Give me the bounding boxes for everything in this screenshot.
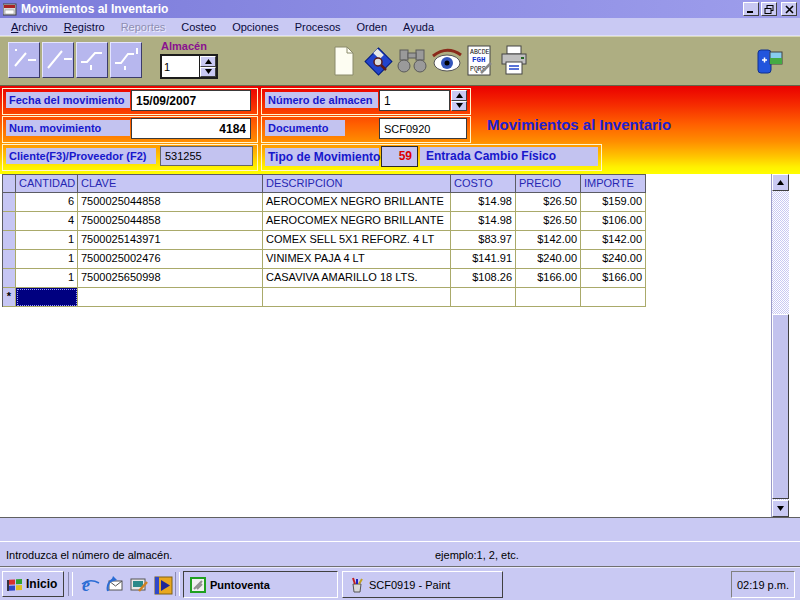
documento-input[interactable] xyxy=(379,118,467,139)
grid-header-costo: COSTO xyxy=(451,175,516,193)
cliente-label: Cliente(F3)/Proveedor (F2) xyxy=(6,148,156,164)
cell-clave[interactable]: 7500025143971 xyxy=(78,231,263,250)
almacen-spin-down[interactable] xyxy=(200,67,216,78)
cell-importe[interactable]: $142.00 xyxy=(581,231,646,250)
cell-importe[interactable]: $159.00 xyxy=(581,193,646,212)
record-nav-1-icon xyxy=(9,43,39,75)
cell-cantidad[interactable]: 6 xyxy=(16,193,78,212)
cell-cantidad[interactable]: 1 xyxy=(16,269,78,288)
cell-importe[interactable]: $106.00 xyxy=(581,212,646,231)
cell-precio[interactable]: $26.50 xyxy=(516,212,581,231)
row-selector[interactable] xyxy=(3,269,16,288)
record-nav-button-1[interactable] xyxy=(8,42,40,78)
num-movimiento-input[interactable] xyxy=(131,118,251,139)
task-puntoventa[interactable]: Puntoventa xyxy=(183,571,338,598)
new-document-button[interactable] xyxy=(328,44,360,78)
scroll-up-button[interactable] xyxy=(772,174,789,191)
row-selector[interactable] xyxy=(3,193,16,212)
cell-importe[interactable]: $166.00 xyxy=(581,269,646,288)
cell-costo[interactable]: $83.97 xyxy=(451,231,516,250)
cell-descripcion[interactable]: VINIMEX PAJA 4 LT xyxy=(263,250,451,269)
clock-text: 02:19 p.m. xyxy=(737,579,789,591)
cell-costo[interactable]: $14.98 xyxy=(451,212,516,231)
table-row: 1 7500025143971 COMEX SELL 5X1 REFORZ. 4… xyxy=(3,231,646,250)
vertical-scrollbar[interactable] xyxy=(771,174,789,517)
menu-opciones[interactable]: Opciones xyxy=(225,19,287,35)
menu-archivo[interactable]: Archivo xyxy=(4,19,57,35)
row-selector[interactable] xyxy=(3,250,16,269)
record-nav-4-icon xyxy=(111,43,141,75)
almacen-spinner xyxy=(160,54,218,79)
cell-costo[interactable]: $108.26 xyxy=(451,269,516,288)
save-search-button[interactable] xyxy=(362,44,394,78)
row-selector[interactable] xyxy=(3,231,16,250)
internet-explorer-icon[interactable]: e xyxy=(78,573,102,597)
restore-button[interactable] xyxy=(761,2,777,16)
cell-clave[interactable]: 7500025002476 xyxy=(78,250,263,269)
menu-procesos[interactable]: Procesos xyxy=(288,19,350,35)
print-button[interactable] xyxy=(498,44,530,78)
system-clock[interactable]: 02:19 p.m. xyxy=(731,571,795,598)
cell-importe[interactable] xyxy=(581,288,646,307)
new-document-icon xyxy=(332,46,356,76)
grid-area: CANTIDAD CLAVE DESCRIPCION COSTO PRECIO … xyxy=(0,174,800,517)
row-selector[interactable] xyxy=(3,212,16,231)
minimize-icon xyxy=(746,5,756,14)
task-paint[interactable]: SCF0919 - Paint xyxy=(342,571,503,598)
minimize-button[interactable] xyxy=(743,2,759,16)
cell-clave[interactable]: 7500025044858 xyxy=(78,212,263,231)
find-button[interactable] xyxy=(396,44,428,78)
menu-costeo[interactable]: Costeo xyxy=(174,19,225,35)
cell-clave[interactable]: 7500025650998 xyxy=(78,269,263,288)
cell-precio[interactable] xyxy=(516,288,581,307)
restore-icon xyxy=(764,5,774,14)
menu-registro[interactable]: Registro xyxy=(57,19,114,35)
cell-descripcion[interactable] xyxy=(263,288,451,307)
num-almacen-spin-down[interactable] xyxy=(451,101,467,112)
cell-clave[interactable]: 7500025044858 xyxy=(78,193,263,212)
media-player-icon[interactable] xyxy=(151,573,175,597)
cell-descripcion[interactable]: COMEX SELL 5X1 REFORZ. 4 LT xyxy=(263,231,451,250)
cell-costo[interactable] xyxy=(451,288,516,307)
desktop-icon[interactable] xyxy=(127,573,151,597)
almacen-spin-up[interactable] xyxy=(200,56,216,67)
cell-cantidad[interactable]: 1 xyxy=(16,250,78,269)
scrollbar-thumb[interactable] xyxy=(772,314,789,499)
scroll-down-button[interactable] xyxy=(772,500,789,517)
num-movimiento-label: Num. movimiento xyxy=(6,120,130,136)
outlook-express-icon[interactable] xyxy=(103,573,127,597)
menu-orden[interactable]: Orden xyxy=(350,19,397,35)
close-button[interactable] xyxy=(781,2,797,16)
task-label: SCF0919 - Paint xyxy=(369,579,450,591)
num-almacen-label: Número de almacen xyxy=(265,92,378,108)
fecha-input[interactable] xyxy=(131,90,251,111)
record-nav-button-2[interactable] xyxy=(42,42,74,78)
exit-button[interactable] xyxy=(753,44,787,78)
cliente-input[interactable] xyxy=(160,146,253,166)
cell-precio[interactable]: $240.00 xyxy=(516,250,581,269)
tipo-descripcion: Entrada Cambio Físico xyxy=(420,147,598,166)
record-nav-button-4[interactable] xyxy=(110,42,142,78)
cell-descripcion[interactable]: CASAVIVA AMARILLO 18 LTS. xyxy=(263,269,451,288)
font-button[interactable]: ABCDE FGH PQRS xyxy=(464,44,496,78)
start-button[interactable]: Inicio xyxy=(2,571,64,597)
cell-costo[interactable]: $14.98 xyxy=(451,193,516,212)
cell-precio[interactable]: $166.00 xyxy=(516,269,581,288)
cell-costo[interactable]: $141.91 xyxy=(451,250,516,269)
cell-clave[interactable] xyxy=(78,288,263,307)
cell-descripcion[interactable]: AEROCOMEX NEGRO BRILLANTE xyxy=(263,193,451,212)
cell-importe[interactable]: $240.00 xyxy=(581,250,646,269)
selected-cell[interactable] xyxy=(16,288,78,307)
cell-descripcion[interactable]: AEROCOMEX NEGRO BRILLANTE xyxy=(263,212,451,231)
menu-ayuda[interactable]: Ayuda xyxy=(396,19,443,35)
preview-button[interactable] xyxy=(430,44,462,78)
titlebar[interactable]: Movimientos al Inventario xyxy=(0,0,800,18)
cell-precio[interactable]: $142.00 xyxy=(516,231,581,250)
cell-cantidad[interactable]: 1 xyxy=(16,231,78,250)
num-almacen-spin-up[interactable] xyxy=(451,90,467,101)
num-almacen-input[interactable] xyxy=(379,90,450,111)
almacen-input[interactable] xyxy=(162,56,199,77)
cell-precio[interactable]: $26.50 xyxy=(516,193,581,212)
record-nav-button-3[interactable] xyxy=(76,42,108,78)
cell-cantidad[interactable]: 4 xyxy=(16,212,78,231)
